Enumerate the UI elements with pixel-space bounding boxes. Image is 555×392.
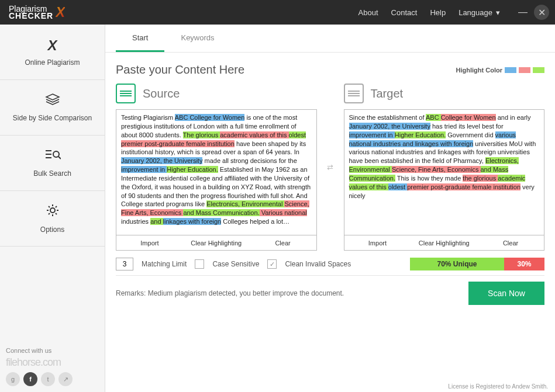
sidebar: X Online Plagiarism Side by Side Compari… [0, 25, 105, 392]
social-share-icon[interactable]: ↗ [58, 372, 73, 386]
app-logo: Plagiarism CHECKER X [9, 4, 65, 20]
remarks-text: Remarks: Medium plagiarism detected, you… [116, 289, 344, 297]
nav-contact[interactable]: Contact [391, 8, 418, 17]
matching-limit-label: Matching Limit [142, 260, 187, 268]
nav-language[interactable]: Language ▾ [459, 8, 500, 17]
sidebar-item-label: Options [40, 226, 64, 234]
result-bar: 70% Unique 30% [410, 258, 544, 270]
source-import-button[interactable]: Import [116, 235, 183, 250]
social-twitter-icon[interactable]: t [41, 372, 55, 386]
main-content: Start Keywords Paste your Content Here H… [105, 25, 555, 392]
source-panel: Source Testing Plagiarism ABC College fo… [116, 84, 317, 251]
page-title: Paste your Content Here [116, 63, 244, 77]
clean-invalid-checkbox[interactable]: ✓ [267, 259, 277, 269]
x-icon: X [47, 37, 57, 54]
source-title: Source [143, 87, 180, 100]
scan-now-button[interactable]: Scan Now [468, 282, 544, 305]
tab-keywords[interactable]: Keywords [164, 25, 230, 52]
plagiarized-bar: 30% [504, 258, 544, 270]
sidebar-item-online-plagiarism[interactable]: X Online Plagiarism [0, 25, 105, 80]
connect-label: Connect with us [0, 342, 105, 356]
case-sensitive-checkbox[interactable] [195, 259, 204, 269]
document-icon [344, 84, 364, 103]
target-clear-highlight-button[interactable]: Clear Highlighting [411, 235, 477, 250]
list-search-icon [44, 148, 61, 165]
svg-point-1 [50, 208, 55, 213]
options-row: Matching Limit Case Sensitive ✓ Clean In… [116, 251, 544, 275]
source-actions: Import Clear Highlighting Clear [116, 235, 317, 251]
case-sensitive-label: Case Sensitive [212, 260, 259, 268]
highlight-label: Highlight Color [456, 67, 502, 74]
swatch-red [519, 67, 530, 73]
sidebar-item-label: Online Plagiarism [25, 58, 80, 67]
watermark: filehorse.com [0, 356, 105, 369]
header-nav: About Contact Help Language ▾ [358, 8, 500, 17]
gear-icon [46, 203, 60, 221]
swap-button[interactable]: ⇄ [325, 84, 336, 251]
sidebar-item-options[interactable]: Options [0, 191, 105, 247]
target-panel: Target Since the establishment of ABC Co… [344, 84, 545, 251]
logo-x-icon: X [56, 4, 65, 20]
nav-help[interactable]: Help [430, 8, 446, 17]
swatch-green [533, 67, 544, 73]
tabs: Start Keywords [105, 25, 555, 53]
sidebar-item-bulk-search[interactable]: Bulk Search [0, 136, 105, 191]
social-row: g f t ↗ [0, 369, 105, 392]
source-clear-button[interactable]: Clear [250, 235, 316, 250]
nav-about[interactable]: About [358, 8, 378, 17]
target-actions: Import Clear Highlighting Clear [344, 235, 545, 251]
target-title: Target [371, 87, 404, 100]
sidebar-item-side-by-side[interactable]: Side by Side Comparison [0, 80, 105, 136]
social-google-icon[interactable]: g [6, 372, 20, 386]
social-facebook-icon[interactable]: f [23, 372, 37, 386]
close-button[interactable]: ✕ [534, 5, 549, 20]
svg-point-0 [53, 151, 59, 157]
document-icon [116, 84, 136, 103]
sidebar-item-label: Bulk Search [33, 169, 71, 178]
sidebar-item-label: Side by Side Comparison [13, 114, 92, 122]
license-text: License is Registered to Andew Smith. [448, 383, 548, 390]
clean-invalid-label: Clean Invalid Spaces [285, 260, 351, 268]
unique-bar: 70% Unique [410, 258, 504, 270]
target-import-button[interactable]: Import [344, 235, 411, 250]
matching-limit-input[interactable] [116, 258, 133, 270]
layers-icon [45, 93, 60, 109]
chevron-down-icon: ▾ [496, 8, 500, 17]
remarks-row: Remarks: Medium plagiarism detected, you… [116, 275, 544, 305]
source-clear-highlight-button[interactable]: Clear Highlighting [183, 235, 250, 250]
source-textbox[interactable]: Testing Plagiarism ABC College for Women… [116, 109, 317, 235]
tab-start[interactable]: Start [116, 25, 164, 52]
titlebar: Plagiarism CHECKER X About Contact Help … [0, 0, 555, 25]
swatch-blue [505, 67, 516, 73]
brand-bot: CHECKER [9, 12, 53, 20]
minimize-button[interactable]: — [515, 5, 530, 20]
target-textbox[interactable]: Since the establishment of ABC College f… [344, 109, 545, 235]
highlight-legend: Highlight Color [456, 67, 544, 74]
target-clear-button[interactable]: Clear [477, 235, 544, 250]
